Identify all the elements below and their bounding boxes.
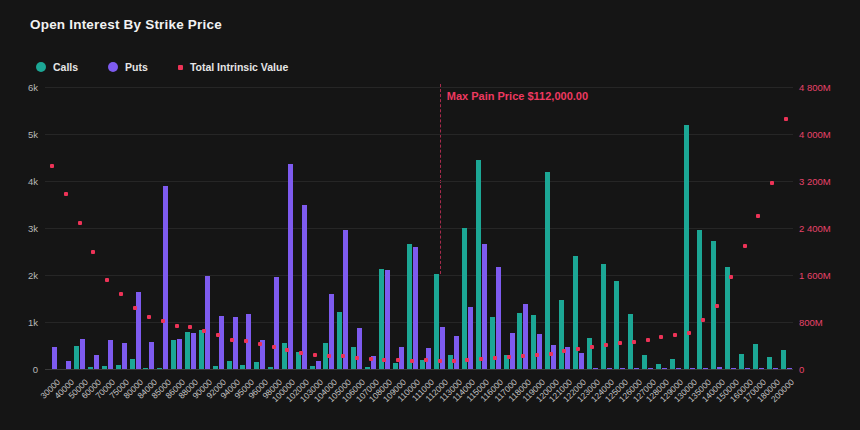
open-interest-chart: Open Interest By Strike Price Calls Puts… xyxy=(0,0,860,430)
x-axis: 3000040000500006000070000750008000084000… xyxy=(0,0,860,430)
